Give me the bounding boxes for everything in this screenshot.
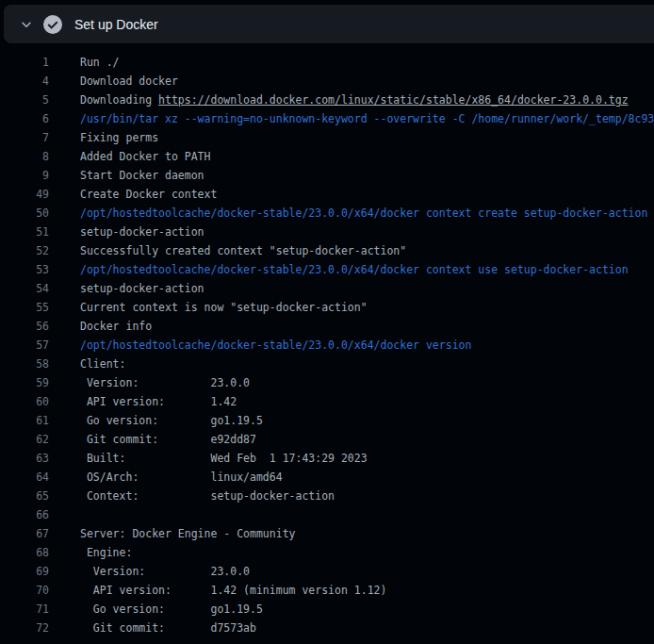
log-line: 72 Git commit: d7573ab <box>0 619 654 637</box>
log-line: 51setup-docker-action <box>0 223 654 241</box>
line-number[interactable]: 52 <box>0 241 49 260</box>
line-number[interactable]: 5 <box>0 91 49 109</box>
line-number[interactable]: 57 <box>0 336 49 355</box>
group-title: Start Docker daemon <box>80 169 204 182</box>
line-number[interactable]: 59 <box>0 373 49 392</box>
log-lines: 1▸Run ./4▾Download docker5Downloading ht… <box>0 53 654 637</box>
line-number[interactable]: 69 <box>0 562 49 581</box>
group-title: Run ./ <box>80 56 120 69</box>
line-number[interactable]: 55 <box>0 298 49 317</box>
log-line: 67Server: Docker Engine - Community <box>0 524 654 543</box>
log-text: Git commit: e92dd87 <box>80 430 654 449</box>
group-title: Download docker <box>80 74 178 88</box>
line-number[interactable]: 51 <box>0 223 49 241</box>
log-text: Version: 23.0.0 <box>80 373 654 392</box>
log-line: 54setup-docker-action <box>0 279 654 298</box>
line-number[interactable]: 65 <box>0 487 49 505</box>
log-line: 52Successfully created context "setup-do… <box>0 241 654 260</box>
line-number[interactable]: 60 <box>0 392 49 411</box>
line-number[interactable]: 49 <box>0 185 49 204</box>
log-text: API version: 1.42 (minimum version 1.12) <box>80 581 654 600</box>
log-text: Current context is now "setup-docker-act… <box>80 298 654 317</box>
line-number[interactable]: 54 <box>0 279 49 298</box>
log-group-header[interactable]: ▾Docker info <box>80 317 654 336</box>
log-text: OS/Arch: linux/amd64 <box>80 468 654 487</box>
log-line: 5Downloading https://download.docker.com… <box>0 91 654 109</box>
log-line: 64 OS/Arch: linux/amd64 <box>0 468 654 487</box>
log-line: 71 Go version: go1.19.5 <box>0 600 654 619</box>
log-line: 61 Go version: go1.19.5 <box>0 411 654 430</box>
log-line: 70 API version: 1.42 (minimum version 1.… <box>0 581 654 600</box>
log-text: Go version: go1.19.5 <box>80 411 654 430</box>
chevron-down-icon[interactable] <box>20 18 33 31</box>
log-line: 49▾Create Docker context <box>0 185 654 204</box>
log-line: 1▸Run ./ <box>0 53 654 72</box>
log-line: 4▾Download docker <box>0 72 654 91</box>
log-text: Engine: <box>80 543 654 562</box>
line-number[interactable]: 70 <box>0 581 49 600</box>
line-number[interactable]: 64 <box>0 468 49 487</box>
line-number[interactable]: 56 <box>0 317 49 336</box>
log-line: 58Client: <box>0 355 654 373</box>
line-number[interactable]: 4 <box>0 72 49 91</box>
log-group-header[interactable]: ▾Create Docker context <box>80 185 654 204</box>
log-text: Successfully created context "setup-dock… <box>80 241 654 260</box>
log-group-header[interactable]: ▸Run ./ <box>80 53 654 72</box>
log-text: API version: 1.42 <box>80 392 654 411</box>
command-text: /opt/hostedtoolcache/docker-stable/23.0.… <box>80 336 654 355</box>
line-number[interactable]: 67 <box>0 524 49 543</box>
log-line: 60 API version: 1.42 <box>0 392 654 411</box>
log-line: 9▸Start Docker daemon <box>0 166 654 185</box>
line-number[interactable]: 58 <box>0 355 49 373</box>
log-line: 69 Version: 23.0.0 <box>0 562 654 581</box>
log-text: Client: <box>80 355 654 373</box>
line-number[interactable]: 50 <box>0 204 49 223</box>
line-number[interactable]: 7 <box>0 128 49 147</box>
command-text: /opt/hostedtoolcache/docker-stable/23.0.… <box>80 260 654 279</box>
log-text: Fixing perms <box>80 128 654 147</box>
line-number[interactable]: 68 <box>0 543 49 562</box>
line-number[interactable]: 62 <box>0 430 49 449</box>
log-line: 66 <box>0 505 654 524</box>
log-line: 62 Git commit: e92dd87 <box>0 430 654 449</box>
step-title: Set up Docker <box>74 17 158 32</box>
line-number[interactable]: 66 <box>0 505 49 524</box>
log-line: 68 Engine: <box>0 543 654 562</box>
check-circle-icon <box>43 15 62 34</box>
line-number[interactable]: 9 <box>0 166 49 185</box>
line-number[interactable]: 63 <box>0 449 49 468</box>
log-line: 53/opt/hostedtoolcache/docker-stable/23.… <box>0 260 654 279</box>
log-line: 56▾Docker info <box>0 317 654 336</box>
log-line: 55Current context is now "setup-docker-a… <box>0 298 654 317</box>
log-line: 59 Version: 23.0.0 <box>0 373 654 392</box>
log-line: 50/opt/hostedtoolcache/docker-stable/23.… <box>0 204 654 223</box>
line-number[interactable]: 53 <box>0 260 49 279</box>
log-text: Version: 23.0.0 <box>80 562 654 581</box>
log-text: Downloading https://download.docker.com/… <box>80 91 654 109</box>
log-group-header[interactable]: ▾Download docker <box>80 72 654 91</box>
log-line: 8Added Docker to PATH <box>0 147 654 166</box>
log-text: Go version: go1.19.5 <box>80 600 654 619</box>
log-group-header[interactable]: ▸Start Docker daemon <box>80 166 654 185</box>
log-line: 6/usr/bin/tar xz --warning=no-unknown-ke… <box>0 109 654 128</box>
download-url-link[interactable]: https://download.docker.com/linux/static… <box>158 93 629 107</box>
log-text: Server: Docker Engine - Community <box>80 524 654 543</box>
group-title: Docker info <box>80 320 152 333</box>
log-line: 65 Context: setup-docker-action <box>0 487 654 505</box>
line-number[interactable]: 6 <box>0 109 49 128</box>
line-number[interactable]: 1 <box>0 53 49 72</box>
line-number[interactable]: 71 <box>0 600 49 619</box>
log-text: Added Docker to PATH <box>80 147 654 166</box>
log-line: 57/opt/hostedtoolcache/docker-stable/23.… <box>0 336 654 355</box>
log-text: Built: Wed Feb 1 17:43:29 2023 <box>80 449 654 468</box>
line-number[interactable]: 72 <box>0 619 49 637</box>
log-text <box>80 505 654 524</box>
command-text: /usr/bin/tar xz --warning=no-unknown-key… <box>80 109 654 128</box>
log-line: 7Fixing perms <box>0 128 654 147</box>
line-number[interactable]: 8 <box>0 147 49 166</box>
step-header[interactable]: Set up Docker <box>4 5 654 43</box>
command-text: /opt/hostedtoolcache/docker-stable/23.0.… <box>80 204 654 223</box>
line-number[interactable]: 61 <box>0 411 49 430</box>
log-text: Context: setup-docker-action <box>80 487 654 505</box>
group-title: Create Docker context <box>80 188 217 201</box>
